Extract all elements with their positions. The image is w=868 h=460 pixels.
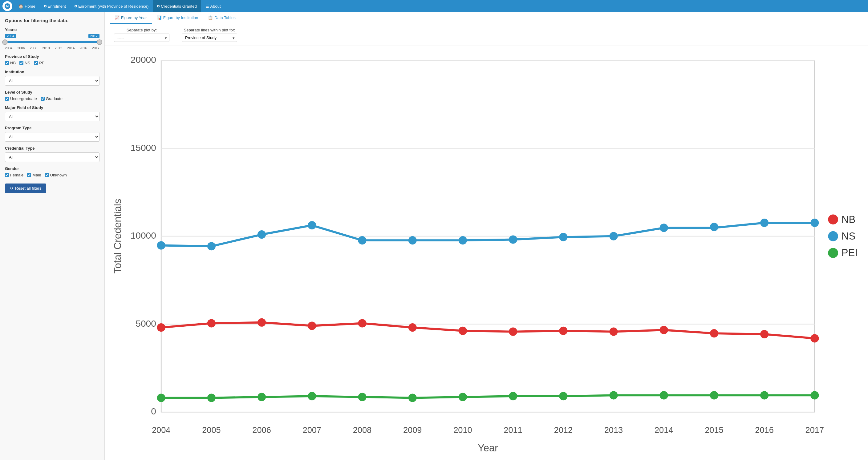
province-ns-checkbox[interactable] [20, 61, 23, 65]
nb-dot-2011 [509, 328, 517, 336]
pei-dot-2017 [810, 391, 819, 399]
pei-dot-2008 [358, 393, 366, 401]
level-undergrad-checkbox[interactable] [5, 97, 9, 101]
svg-text:M: M [6, 5, 9, 8]
main-content: 📈 Figure by Year 📊 Figure by Institution… [105, 12, 868, 460]
level-filter: Level of Study Undergraduate Graduate [5, 90, 99, 101]
ns-dot-2013 [609, 232, 618, 240]
chart-area: Total Credentials 0 5000 10000 15000 200… [105, 46, 868, 460]
gender-male-checkbox[interactable] [27, 173, 31, 177]
sidebar-title: Options for filtering the data: [5, 18, 99, 23]
year-slider-track[interactable] [5, 41, 99, 43]
svg-text:5000: 5000 [135, 318, 156, 329]
year-slider-thumb-right[interactable] [97, 39, 102, 45]
nb-dot-2015 [710, 329, 718, 337]
province-pei-checkbox[interactable] [34, 61, 38, 65]
tab-data-tables[interactable]: 📋 Data Tables [203, 12, 240, 24]
pei-dot-2006 [257, 393, 266, 401]
province-nb-checkbox[interactable] [5, 61, 9, 65]
pei-dot-2010 [459, 393, 467, 401]
svg-text:20000: 20000 [131, 55, 156, 65]
level-graduate[interactable]: Graduate [41, 96, 63, 101]
gender-unknown-checkbox[interactable] [45, 173, 49, 177]
separate-lines-select[interactable]: Province of Study [182, 34, 237, 42]
province-nb[interactable]: NB [5, 61, 16, 65]
svg-text:2013: 2013 [604, 425, 623, 435]
level-grad-checkbox[interactable] [41, 97, 45, 101]
gender-male[interactable]: Male [27, 173, 41, 177]
svg-point-31 [828, 248, 838, 258]
svg-text:2004: 2004 [152, 425, 170, 435]
province-label: Province of Study [5, 54, 99, 59]
nav-item-enrolment[interactable]: Enrolment [40, 0, 70, 12]
separate-plot-select[interactable]: ----- [114, 34, 169, 42]
tab-figure-year-label: Figure by Year [121, 15, 147, 20]
nb-dot-2012 [559, 327, 567, 335]
reset-icon: ↺ [10, 186, 13, 191]
tab-figure-by-institution[interactable]: 📊 Figure by Institution [152, 12, 203, 24]
nb-dot-2013 [609, 328, 618, 336]
nav-item-home[interactable]: 🏠 Home [14, 0, 40, 12]
nav-item-about[interactable]: ☰ About [201, 0, 225, 12]
year-slider-fill [5, 41, 99, 43]
credential-select[interactable]: All [5, 153, 99, 162]
navbar: M 🏠 Home Enrolment Enrolment (with Provi… [0, 0, 868, 12]
chart-bar-icon: 📊 [157, 15, 162, 20]
nb-dot-2004 [157, 323, 165, 332]
ns-dot-2007 [308, 221, 316, 229]
svg-text:NB: NB [841, 214, 856, 225]
ns-dot-2010 [459, 236, 467, 244]
svg-text:PEI: PEI [841, 247, 858, 258]
slider-labels: 2004 2006 2008 2010 2012 2014 2016 2017 [5, 46, 99, 50]
ns-dot-2016 [760, 219, 769, 227]
nav-item-credentials[interactable]: Credentials Granted [153, 0, 201, 12]
major-select[interactable]: All [5, 112, 99, 121]
nav-logo: M [2, 1, 12, 11]
years-label: Years: [5, 27, 99, 32]
lines-icon: ☰ [206, 4, 209, 9]
nav-about-label: About [210, 4, 221, 9]
pei-dot-2007 [308, 392, 316, 400]
level-undergraduate[interactable]: Undergraduate [5, 96, 37, 101]
svg-text:2017: 2017 [805, 425, 824, 435]
pei-dot-2012 [559, 392, 567, 400]
tab-figure-by-year[interactable]: 📈 Figure by Year [110, 12, 152, 24]
credential-label: Credential Type [5, 146, 99, 151]
program-filter: Program Type All [5, 126, 99, 142]
gender-female[interactable]: Female [5, 173, 23, 177]
chart-line-icon: 📈 [115, 15, 120, 20]
nav-home-label: Home [25, 4, 35, 9]
reset-button[interactable]: ↺ Reset all filters [5, 184, 46, 193]
program-select[interactable]: All [5, 132, 99, 142]
svg-text:NS: NS [841, 230, 856, 242]
year-end-badge: 2017 [88, 34, 99, 38]
nb-dot-2014 [660, 326, 668, 334]
year-range-display: 2004 2017 [5, 34, 99, 38]
level-label: Level of Study [5, 90, 99, 95]
nav-enrolment-residence-label: Enrolment (with Province of Residence) [78, 4, 149, 9]
gender-unknown[interactable]: Unknown [45, 173, 67, 177]
credential-filter: Credential Type All [5, 146, 99, 162]
institution-select[interactable]: All [5, 76, 99, 86]
year-slider-thumb-left[interactable] [2, 39, 8, 45]
ns-dot-2006 [257, 230, 266, 239]
institution-filter: Institution All [5, 70, 99, 86]
nav-item-enrolment-residence[interactable]: Enrolment (with Province of Residence) [70, 0, 153, 12]
sidebar: Options for filtering the data: Years: 2… [0, 12, 105, 460]
province-filter: Province of Study NB NS PEI [5, 54, 99, 65]
pei-dot-2013 [609, 391, 618, 399]
pei-dot-2011 [509, 392, 517, 400]
svg-text:2012: 2012 [554, 425, 572, 435]
province-ns[interactable]: NS [20, 61, 30, 65]
province-checkboxes: NB NS PEI [5, 61, 99, 65]
y-axis-label: Total Credentials [112, 199, 123, 274]
x-axis-label: Year [478, 442, 498, 454]
institution-label: Institution [5, 70, 99, 74]
chart-controls: Separate plot by: ----- Separate lines w… [105, 24, 868, 46]
gender-female-checkbox[interactable] [5, 173, 9, 177]
svg-text:2008: 2008 [353, 425, 371, 435]
nav-credentials-label: Credentials Granted [161, 4, 196, 9]
pei-dot-2015 [710, 391, 718, 399]
province-pei[interactable]: PEI [34, 61, 45, 65]
separate-plot-dropdown-wrapper: ----- [114, 34, 169, 42]
